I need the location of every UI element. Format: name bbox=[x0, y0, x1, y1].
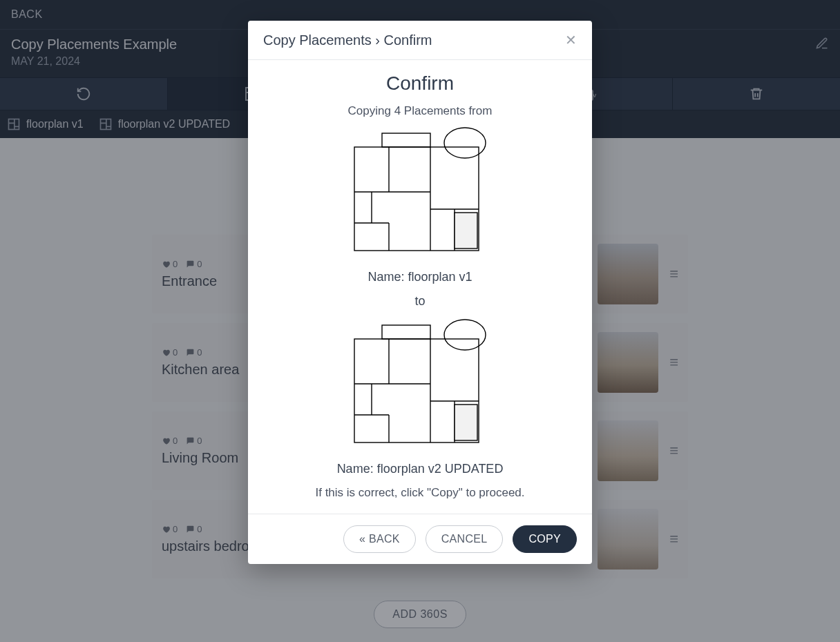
svg-rect-7 bbox=[455, 213, 477, 249]
svg-point-9 bbox=[444, 320, 486, 350]
svg-rect-6 bbox=[382, 133, 430, 147]
to-label: to bbox=[267, 294, 573, 309]
confirm-modal: Copy Placements › Confirm ✕ Confirm Copy… bbox=[248, 21, 592, 564]
source-floorplan-thumb bbox=[347, 126, 493, 264]
svg-point-5 bbox=[444, 128, 486, 158]
target-name: Name: floorplan v2 UPDATED bbox=[267, 462, 573, 476]
modal-heading: Confirm bbox=[267, 72, 573, 95]
modal-breadcrumb: Copy Placements › Confirm bbox=[263, 32, 432, 48]
modal-overlay: Copy Placements › Confirm ✕ Confirm Copy… bbox=[0, 0, 840, 642]
modal-instruction: If this is correct, click "Copy" to proc… bbox=[267, 486, 573, 500]
source-name: Name: floorplan v1 bbox=[267, 270, 573, 284]
svg-rect-11 bbox=[455, 405, 477, 440]
close-icon[interactable]: ✕ bbox=[565, 32, 577, 48]
svg-rect-10 bbox=[382, 325, 430, 339]
modal-copying-line: Copying 4 Placements from bbox=[267, 104, 573, 118]
target-floorplan-thumb bbox=[347, 318, 493, 456]
cancel-button[interactable]: CANCEL bbox=[426, 525, 504, 553]
copy-button[interactable]: COPY bbox=[513, 525, 577, 553]
back-button[interactable]: « BACK bbox=[343, 525, 416, 553]
